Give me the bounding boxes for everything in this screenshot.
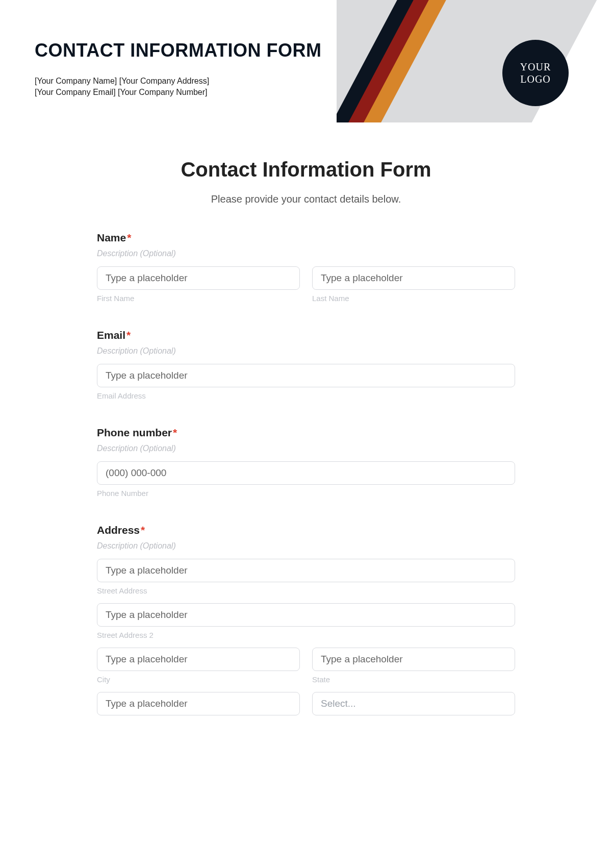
state-sublabel: State: [312, 675, 515, 684]
required-asterisk: *: [141, 524, 145, 536]
address-label-text: Address: [97, 524, 140, 536]
name-label: Name*: [97, 232, 515, 244]
phone-sublabel: Phone Number: [97, 489, 515, 498]
city-sublabel: City: [97, 675, 300, 684]
header-title: CONTACT INFORMATION FORM: [35, 40, 322, 61]
email-description[interactable]: Description (Optional): [97, 346, 515, 356]
name-field-block: Name* Description (Optional) First Name …: [97, 232, 515, 303]
required-asterisk: *: [173, 427, 177, 438]
street-address-2-input[interactable]: [97, 603, 515, 627]
city-input[interactable]: [97, 648, 300, 671]
select-placeholder-text: Select...: [321, 698, 356, 709]
name-description[interactable]: Description (Optional): [97, 249, 515, 258]
form-title: Contact Information Form: [97, 158, 515, 181]
company-info: [Your Company Name] [Your Company Addres…: [35, 76, 209, 98]
required-asterisk: *: [126, 329, 131, 341]
street-address-2-sublabel: Street Address 2: [97, 631, 515, 639]
phone-label-text: Phone number: [97, 427, 172, 438]
logo-text-2: LOGO: [520, 73, 551, 85]
logo-placeholder: YOUR LOGO: [502, 40, 569, 106]
address-description[interactable]: Description (Optional): [97, 541, 515, 551]
state-input[interactable]: [312, 648, 515, 671]
form-subtitle: Please provide your contact details belo…: [97, 193, 515, 205]
street-address-input[interactable]: [97, 559, 515, 582]
name-label-text: Name: [97, 232, 126, 243]
required-asterisk: *: [127, 232, 131, 243]
country-select[interactable]: Select...: [312, 692, 515, 715]
email-input[interactable]: [97, 364, 515, 387]
phone-input[interactable]: [97, 461, 515, 485]
form-container: Contact Information Form Please provide …: [97, 158, 515, 715]
phone-field-block: Phone number* Description (Optional) Pho…: [97, 427, 515, 498]
last-name-sublabel: Last Name: [312, 294, 515, 303]
company-line-2: [Your Company Email] [Your Company Numbe…: [35, 87, 209, 98]
phone-description[interactable]: Description (Optional): [97, 444, 515, 453]
header-decoration: [337, 0, 612, 122]
logo-text-1: YOUR: [520, 61, 551, 73]
first-name-sublabel: First Name: [97, 294, 300, 303]
zip-input[interactable]: [97, 692, 300, 715]
company-line-1: [Your Company Name] [Your Company Addres…: [35, 76, 209, 87]
last-name-input[interactable]: [312, 266, 515, 290]
email-sublabel: Email Address: [97, 391, 515, 400]
email-label: Email*: [97, 329, 515, 341]
street-address-sublabel: Street Address: [97, 586, 515, 595]
address-label: Address*: [97, 524, 515, 536]
document-header: CONTACT INFORMATION FORM [Your Company N…: [0, 0, 612, 122]
email-label-text: Email: [97, 329, 125, 341]
address-field-block: Address* Description (Optional) Street A…: [97, 524, 515, 715]
email-field-block: Email* Description (Optional) Email Addr…: [97, 329, 515, 400]
phone-label: Phone number*: [97, 427, 515, 439]
first-name-input[interactable]: [97, 266, 300, 290]
